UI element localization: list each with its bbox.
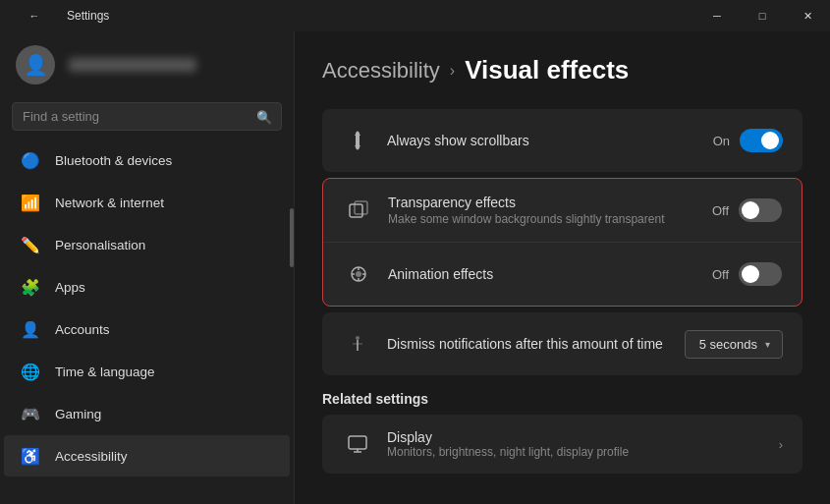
related-display-item[interactable]: Display Monitors, brightness, night ligh… [322, 415, 802, 474]
animation-control: Off [712, 262, 782, 286]
toggle-knob [761, 132, 779, 149]
notifications-row: Dismiss notifications after this amount … [322, 312, 802, 375]
notifications-control: 5 seconds ▾ [685, 330, 783, 359]
breadcrumb-chevron: › [450, 62, 455, 80]
sidebar-item-personalisation[interactable]: ✏️ Personalisation [4, 224, 290, 265]
animation-text: Animation effects [388, 266, 712, 282]
close-button[interactable]: ✕ [785, 0, 830, 31]
sidebar-item-label: Personalisation [55, 238, 145, 252]
toggle-knob [742, 265, 759, 283]
sidebar-item-label: Bluetooth & devices [55, 153, 172, 168]
main-layout: 👤 🔍 🔵 Bluetooth & devices 📶 Network & in… [0, 31, 830, 504]
highlighted-card: Transparency effects Make some window ba… [322, 178, 802, 307]
transparency-control: Off [712, 198, 782, 222]
chevron-right-icon: › [779, 437, 783, 452]
content-area: Accessibility › Visual effects Always sh… [295, 31, 830, 504]
display-icon [342, 428, 373, 460]
sidebar-item-label: Accounts [55, 322, 110, 337]
sidebar-item-label: Accessibility [55, 449, 128, 464]
notifications-card: Dismiss notifications after this amount … [322, 312, 802, 375]
scrollbars-text: Always show scrollbars [387, 133, 713, 148]
search-icon: 🔍 [256, 109, 272, 124]
sidebar-item-label: Network & internet [55, 196, 164, 210]
sidebar-item-apps[interactable]: 🧩 Apps [4, 266, 290, 308]
svg-marker-2 [355, 145, 360, 150]
transparency-icon [343, 195, 374, 226]
svg-point-11 [356, 336, 360, 340]
notifications-icon [342, 328, 373, 360]
maximize-button[interactable]: □ [740, 0, 785, 31]
transparency-text: Transparency effects Make some window ba… [388, 195, 712, 226]
sidebar-item-accounts[interactable]: 👤 Accounts [4, 308, 290, 350]
accessibility-icon: ♿ [20, 445, 41, 467]
scrollbars-name: Always show scrollbars [387, 133, 713, 148]
username-blur [69, 58, 196, 72]
sidebar-nav: 🔵 Bluetooth & devices 📶 Network & intern… [0, 139, 294, 504]
transparency-row: Transparency effects Make some window ba… [323, 179, 802, 242]
sidebar-scrollbar [290, 208, 294, 267]
sidebar: 👤 🔍 🔵 Bluetooth & devices 📶 Network & in… [0, 31, 295, 504]
toggle-knob [742, 201, 759, 219]
page-header: Accessibility › Visual effects [322, 55, 802, 85]
search-input[interactable] [12, 102, 282, 131]
titlebar-title: Settings [67, 9, 109, 23]
sidebar-item-time[interactable]: 🌐 Time & language [4, 351, 290, 392]
sidebar-search-container: 🔍 [12, 102, 282, 131]
minimize-button[interactable]: ─ [694, 0, 740, 31]
svg-rect-14 [349, 436, 366, 449]
sidebar-user[interactable]: 👤 [0, 31, 294, 98]
notifications-text: Dismiss notifications after this amount … [387, 336, 685, 352]
scrollbars-toggle[interactable] [740, 129, 783, 152]
back-button[interactable]: ← [12, 0, 57, 31]
dropdown-value: 5 seconds [699, 337, 757, 352]
svg-marker-1 [355, 131, 360, 136]
transparency-desc: Make some window backgrounds slightly tr… [388, 212, 712, 226]
accounts-icon: 👤 [20, 318, 41, 340]
animation-name: Animation effects [388, 266, 712, 282]
scrollbars-card: Always show scrollbars On [322, 109, 802, 172]
animation-icon [343, 258, 374, 290]
sidebar-item-label: Gaming [55, 407, 101, 421]
personalisation-icon: ✏️ [20, 234, 41, 255]
scrollbars-value: On [713, 134, 730, 148]
svg-rect-4 [355, 201, 367, 214]
apps-icon: 🧩 [20, 276, 41, 298]
sidebar-item-accessibility[interactable]: ♿ Accessibility [4, 435, 290, 476]
avatar: 👤 [16, 45, 55, 84]
page-title: Visual effects [465, 55, 629, 85]
related-settings-title: Related settings [322, 391, 802, 407]
notifications-dropdown[interactable]: 5 seconds ▾ [685, 330, 783, 359]
related-display-name: Display [387, 429, 629, 445]
svg-point-6 [356, 271, 361, 277]
related-display-desc: Monitors, brightness, night light, displ… [387, 445, 629, 459]
sidebar-item-label: Time & language [55, 364, 155, 379]
animation-value: Off [712, 267, 729, 282]
bluetooth-icon: 🔵 [20, 149, 41, 171]
user-icon: 👤 [24, 53, 48, 77]
titlebar: ← Settings ─ □ ✕ [0, 0, 830, 31]
animation-toggle[interactable] [739, 262, 782, 286]
transparency-value: Off [712, 203, 729, 218]
chevron-down-icon: ▾ [765, 339, 770, 350]
animation-row: Animation effects Off [323, 242, 802, 306]
scrollbars-control: On [713, 129, 783, 152]
network-icon: 📶 [20, 192, 41, 213]
scrollbars-icon [342, 125, 373, 156]
time-icon: 🌐 [20, 361, 41, 382]
transparency-name: Transparency effects [388, 195, 712, 210]
gaming-icon: 🎮 [20, 403, 41, 424]
scrollbars-row: Always show scrollbars On [322, 109, 802, 172]
sidebar-item-bluetooth[interactable]: 🔵 Bluetooth & devices [4, 140, 290, 181]
sidebar-item-network[interactable]: 📶 Network & internet [4, 182, 290, 223]
svg-rect-3 [350, 204, 362, 217]
titlebar-left: ← Settings [12, 0, 109, 31]
notifications-name: Dismiss notifications after this amount … [387, 336, 685, 352]
transparency-toggle[interactable] [739, 198, 782, 222]
breadcrumb[interactable]: Accessibility [322, 58, 440, 84]
related-display-text: Display Monitors, brightness, night ligh… [387, 429, 629, 459]
sidebar-item-label: Apps [55, 280, 85, 295]
sidebar-item-gaming[interactable]: 🎮 Gaming [4, 393, 290, 434]
titlebar-controls: ─ □ ✕ [694, 0, 830, 31]
